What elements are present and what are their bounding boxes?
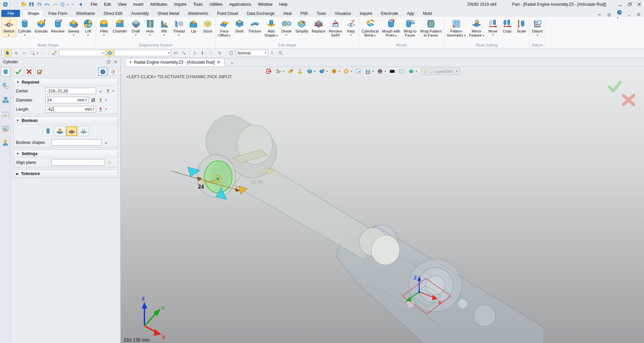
save-icon[interactable] [28, 1, 35, 7]
ribbon-button-cylindrical-bend[interactable]: CylindricalBend ▾ [360, 17, 381, 38]
tab-pmi[interactable]: PMI [296, 10, 312, 17]
ribbon-button-sketch[interactable]: Sketch▾ [1, 17, 16, 37]
tab-wireframe[interactable]: Wireframe [72, 10, 99, 17]
assembly-tree-icon[interactable] [1, 81, 10, 90]
ribbon-button-thicken[interactable]: Thicken [247, 17, 263, 34]
close-icon[interactable] [637, 2, 642, 7]
ribbon-button-inlay[interactable]: EInlay▾ [344, 17, 358, 37]
pick-scope-icon[interactable] [106, 49, 113, 57]
expand-chevron-icon[interactable]: » [99, 88, 103, 94]
ribbon-button-datum[interactable]: 312Datum▾ [530, 17, 544, 37]
menu-tools[interactable]: Tools [190, 1, 206, 8]
dropdown-caret-icon[interactable]: ▾ [103, 34, 105, 37]
ribbon-button-wrap-to-faces[interactable]: Wrap toFaces [402, 17, 418, 38]
history-tree-icon[interactable] [1, 95, 10, 105]
ribbon-button-replace[interactable]: Replace [310, 17, 327, 34]
ribbon-button-move[interactable]: Move▾ [486, 17, 500, 37]
back-icon[interactable] [77, 1, 84, 7]
tab-mold[interactable]: Mold [418, 10, 436, 17]
expand-chevron-icon[interactable]: » [104, 140, 108, 145]
restore-icon[interactable] [627, 2, 632, 7]
tab-sheet-metal[interactable]: Sheet Metal [153, 10, 184, 17]
cursor-icon[interactable] [269, 49, 276, 57]
minimize-icon[interactable] [618, 2, 623, 7]
panel-close-icon[interactable] [114, 60, 117, 64]
doc-restore-icon[interactable] [637, 13, 641, 17]
ribbon-button-simplify[interactable]: Simplify [294, 17, 310, 34]
select-cursor-icon[interactable] [4, 49, 12, 57]
ribbon-button-pattern-geometry[interactable]: PatternGeometry ▾ [445, 17, 467, 38]
boolean-base-button[interactable] [43, 126, 53, 136]
view-orient-caret-icon[interactable]: ▾ [67, 3, 68, 6]
ribbon-button-morph-with-point[interactable]: Morph withPoint ▾ [380, 17, 402, 38]
dropdown-caret-icon[interactable]: ▾ [24, 34, 25, 37]
reorient-icon[interactable] [228, 49, 235, 57]
dropdown-caret-icon[interactable]: ▾ [178, 34, 180, 37]
tab-weldments[interactable]: Weldments [184, 10, 213, 17]
pick-list-icon[interactable] [200, 49, 207, 57]
dropdown-caret-icon[interactable]: ▾ [135, 34, 136, 37]
ribbon-button-extrude[interactable]: Extrude [33, 17, 49, 34]
menu-window[interactable]: Window [255, 1, 276, 8]
ribbon-button-draft[interactable]: Draft▾ [129, 17, 143, 37]
ribbon-button-mirror-feature[interactable]: MirrorFeature ▾ [467, 17, 486, 38]
document-tab[interactable]: + Radial Engine Assembly.Z3 - [Articulat… [125, 58, 225, 66]
ribbon-button-cylinder[interactable]: Cylinder▾ [16, 17, 33, 37]
boolean-add-button[interactable] [54, 126, 65, 136]
image-output-icon[interactable] [1, 124, 10, 133]
tab-heal[interactable]: Heal [279, 10, 296, 17]
ribbon-button-fillet[interactable]: Fillet▾ [97, 17, 111, 37]
graphics-canvas[interactable]: <LEFT-CLICK> TO ACTIVATE DYNAMIC PICK IN… [121, 67, 644, 343]
tab-data-exchange[interactable]: Data Exchange [243, 10, 279, 17]
ribbon-button-copy[interactable]: Copy [500, 17, 514, 34]
ribbon-button-wrap-pattern-to-faces[interactable]: Wrap Patternto Faces [418, 17, 443, 38]
new-file-icon[interactable] [13, 1, 19, 7]
diameter-symbol-icon[interactable]: Ø [90, 98, 96, 103]
redo-icon[interactable] [51, 1, 58, 7]
pick-caret-icon[interactable]: ▾ [105, 99, 107, 102]
pick-caret-icon[interactable]: ▾ [105, 108, 107, 111]
entity-filter-icon[interactable] [51, 49, 58, 57]
dropdown-caret-icon[interactable]: ▾ [492, 34, 493, 37]
customize-caret-icon[interactable] [69, 1, 76, 7]
constraint-icon[interactable] [172, 49, 179, 57]
app-logo-icon[interactable] [2, 1, 9, 7]
tab-direct-edit[interactable]: Direct Edit [99, 10, 127, 17]
ribbon-button-scale[interactable]: Scale [514, 17, 528, 34]
ribbon-button-thread[interactable]: Thread▾ [171, 17, 187, 37]
dropdown-caret-icon[interactable]: ▾ [87, 34, 89, 37]
mode-combobox[interactable]: Normal▾ [236, 50, 268, 56]
dropdown-caret-icon[interactable]: ▾ [73, 34, 74, 37]
pick-combobox[interactable]: ▾ [114, 50, 171, 56]
ribbon-button-sweep[interactable]: Sweep▾ [66, 17, 81, 37]
tab-close-icon[interactable]: ✕ [217, 60, 221, 65]
remove-filter-icon[interactable] [21, 49, 28, 57]
diameter-input[interactable]: 24 mm ▲▼ [45, 97, 89, 103]
dropdown-caret-icon[interactable]: ▾ [8, 34, 9, 37]
apply-button[interactable] [35, 67, 44, 76]
pick-chain-icon[interactable] [208, 49, 215, 57]
cancel-button[interactable] [24, 67, 33, 76]
tab-electrode[interactable]: Electrode [376, 10, 402, 17]
open-file-icon[interactable] [20, 1, 27, 7]
ribbon-button-resolve-selfx[interactable]: ResolveSelfX [327, 17, 344, 38]
settings-header[interactable]: ▼Settings [14, 150, 118, 158]
pick-target-dim-icon[interactable] [107, 160, 112, 165]
ribbon-button-add-shape[interactable]: AddShape ▾ [263, 17, 279, 38]
print-icon[interactable] [36, 1, 43, 7]
menu-edit[interactable]: Edit [100, 1, 114, 8]
tab-inquire[interactable]: Inquire [355, 10, 377, 17]
tab-tools[interactable]: Tools [312, 10, 330, 17]
menu-help[interactable]: Help [276, 1, 291, 8]
ribbon-button-loft[interactable]: Loft▾ [81, 17, 95, 37]
menu-view[interactable]: View [114, 1, 130, 8]
tab-file[interactable]: File [1, 10, 20, 17]
align-plane-input[interactable] [51, 159, 105, 166]
boolean-shapes-input[interactable] [51, 139, 101, 146]
ribbon-button-face-offset[interactable]: FaceOffset ▾ [216, 17, 232, 38]
boolean-header[interactable]: ▼Boolean [14, 117, 118, 125]
marquee-pick-icon[interactable] [29, 49, 36, 57]
ribbon-button-divide[interactable]: Divide▾ [279, 17, 294, 37]
exit-sketch-button[interactable] [109, 67, 118, 76]
ribbon-button-shell[interactable]: Shell [232, 17, 247, 34]
